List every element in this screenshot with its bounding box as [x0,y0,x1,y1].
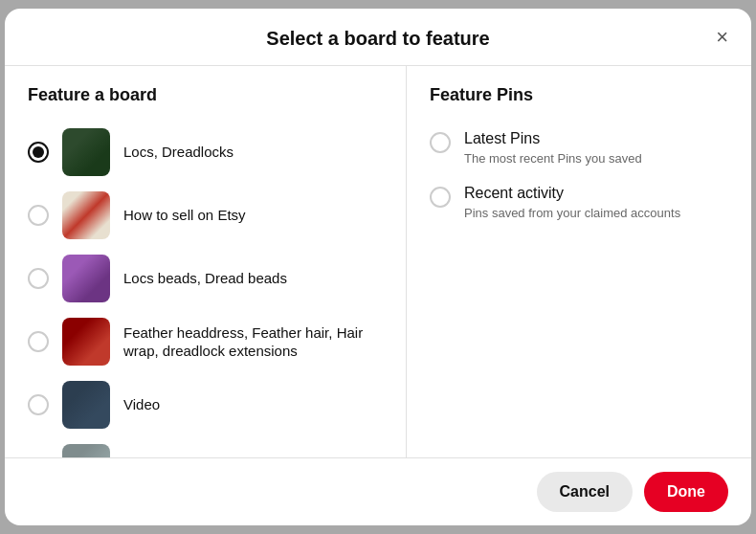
board-item-feather[interactable]: Feather headdress, Feather hair, Hair wr… [28,310,383,373]
board-name-video: Video [123,395,160,414]
modal-title: Select a board to feature [266,28,489,50]
radio-recent[interactable] [430,187,451,208]
modal-overlay: №1 №2 Select a board to feature × [0,0,756,534]
radio-feather[interactable] [28,331,49,352]
radio-latest[interactable] [430,132,451,153]
radio-beads[interactable] [28,268,49,289]
modal-body: Feature a board Locs, Dreadlocks How to … [5,66,751,457]
thumb-etsy [62,191,110,239]
right-panel-title: Feature Pins [430,85,728,105]
left-panel-title: Feature a board [28,85,383,105]
radio-video[interactable] [28,394,49,415]
pin-desc-recent: Pins saved from your claimed accounts [464,206,680,220]
radio-locs[interactable] [28,142,49,163]
pin-option-latest[interactable]: Latest Pins The most recent Pins you sav… [430,121,728,175]
done-button[interactable]: Done [644,472,728,512]
board-item-video[interactable]: Video [28,373,383,436]
thumb-locs [62,128,110,176]
thumb-bracelets [62,444,110,457]
pin-label-recent: Recent activity [464,185,680,202]
thumb-beads [62,255,110,302]
pin-label-latest: Latest Pins [464,130,642,147]
modal-header: Select a board to feature × [5,9,751,66]
right-panel: Feature Pins Latest Pins The most recent… [407,66,751,457]
board-item-beads[interactable]: Locs beads, Dread beads [28,247,383,310]
modal-footer: Cancel Done [5,457,751,525]
board-item-etsy[interactable]: How to sell on Etsy [28,184,383,247]
board-name-feather: Feather headdress, Feather hair, Hair wr… [123,323,383,361]
left-panel: Feature a board Locs, Dreadlocks How to … [5,66,407,457]
cancel-button[interactable]: Cancel [537,472,633,512]
pin-option-recent[interactable]: Recent activity Pins saved from your cla… [430,175,728,230]
radio-etsy[interactable] [28,205,49,226]
board-name-locs: Locs, Dreadlocks [123,143,233,162]
close-button[interactable]: × [712,23,732,52]
board-item-bracelets[interactable]: Bracelets [28,436,383,457]
board-item-locs[interactable]: Locs, Dreadlocks [28,121,383,184]
thumb-feather [62,318,110,366]
modal-container: Select a board to feature × Feature a bo… [5,9,751,525]
board-name-etsy: How to sell on Etsy [123,206,246,225]
pin-desc-latest: The most recent Pins you saved [464,151,642,166]
board-name-beads: Locs beads, Dread beads [123,269,287,288]
thumb-video [62,381,110,429]
